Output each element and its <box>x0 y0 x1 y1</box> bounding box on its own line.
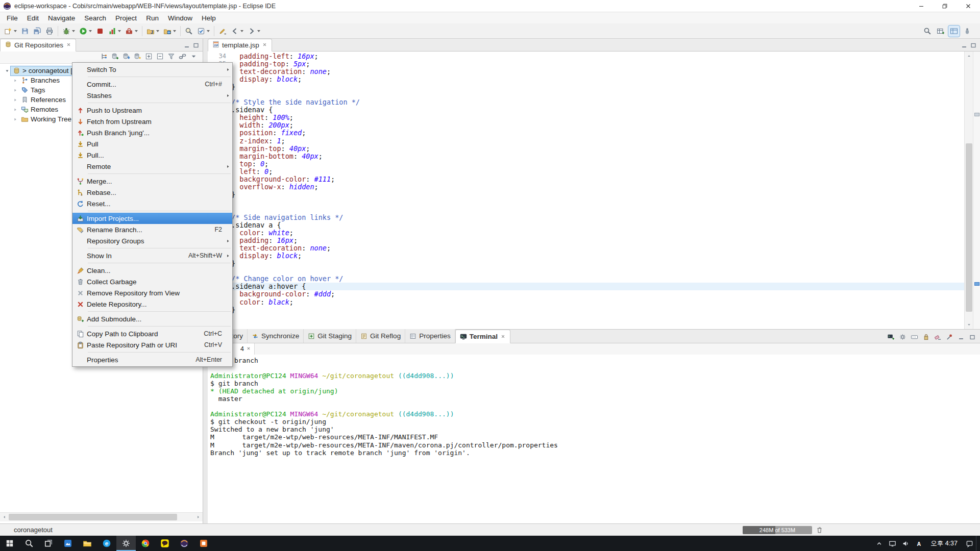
tree-collapsed-icon[interactable] <box>11 107 19 112</box>
menu-item-clean[interactable]: Clean... <box>72 265 232 276</box>
eclipse-button[interactable] <box>175 536 194 551</box>
collapse-all-button[interactable] <box>156 53 164 62</box>
forward-button[interactable] <box>246 26 262 37</box>
tree-collapsed-icon[interactable] <box>11 97 19 103</box>
taskbar-search-button[interactable] <box>19 536 39 551</box>
menu-item-import-projects[interactable]: Import Projects... <box>72 213 232 224</box>
file-explorer-button[interactable] <box>78 536 97 551</box>
menu-item-rename-branch[interactable]: Rename Branch...F2 <box>72 224 232 235</box>
show-desktop-button[interactable] <box>976 536 980 551</box>
menu-item-properties[interactable]: PropertiesAlt+Enter <box>72 354 232 365</box>
back-button[interactable] <box>229 26 245 37</box>
print-button[interactable] <box>44 26 55 37</box>
quick-search-button[interactable] <box>922 26 933 37</box>
terminal-settings-button[interactable] <box>899 333 906 343</box>
close-icon[interactable] <box>262 42 267 47</box>
search-button[interactable] <box>183 26 194 37</box>
menu-item-add-submodule[interactable]: Add Submodule... <box>72 313 232 324</box>
start-button[interactable] <box>0 536 19 551</box>
menu-item-copy-path-to-clipboard[interactable]: Copy Path to ClipboardCtrl+C <box>72 328 232 339</box>
tab-git-repositories[interactable]: Git Repositories <box>0 39 76 52</box>
hscroll-track[interactable] <box>9 513 194 521</box>
link-with-selection-button[interactable] <box>179 53 186 62</box>
tab-synchronize[interactable]: Synchronize <box>248 329 304 343</box>
action-center-button[interactable] <box>963 536 976 551</box>
menu-run[interactable]: Run <box>141 12 163 23</box>
tab-properties[interactable]: Properties <box>405 329 455 343</box>
menu-item-pull[interactable]: Pull <box>72 138 232 149</box>
settings-button[interactable] <box>116 536 136 551</box>
menu-item-repository-groups[interactable]: Repository Groups <box>72 235 232 246</box>
close-icon[interactable] <box>500 334 506 339</box>
kakaotalk-button[interactable] <box>155 536 175 551</box>
new-terminal-button[interactable] <box>887 333 895 343</box>
menu-edit[interactable]: Edit <box>22 12 43 23</box>
tree-collapsed-icon[interactable] <box>11 117 19 122</box>
open-task-button[interactable] <box>195 26 211 37</box>
tree-collapsed-icon[interactable] <box>11 88 19 93</box>
clear-terminal-button[interactable] <box>934 333 942 343</box>
menu-item-commit[interactable]: Commit...Ctrl+# <box>72 79 232 90</box>
vscroll-thumb[interactable] <box>966 143 972 312</box>
expand-all-button[interactable] <box>145 53 153 62</box>
minimize-view-button[interactable] <box>183 42 190 51</box>
maximize-view-button[interactable] <box>969 334 976 343</box>
menu-file[interactable]: File <box>2 12 22 23</box>
menu-item-merge[interactable]: Merge... <box>72 176 232 187</box>
minimize-view-button[interactable] <box>961 42 968 51</box>
debug-perspective-button[interactable] <box>962 26 973 37</box>
tab-git-staging[interactable]: Git Staging <box>304 329 356 343</box>
scroll-up-button[interactable] <box>965 52 973 60</box>
window-restore-button[interactable] <box>933 0 957 12</box>
terminal-output[interactable]: $ git branch Administrator@PC124 MINGW64… <box>208 355 980 523</box>
menu-item-stashes[interactable]: Stashes <box>72 90 232 101</box>
edge-button[interactable]: e <box>97 536 116 551</box>
chrome-button[interactable] <box>136 536 155 551</box>
add-repository-button[interactable] <box>111 53 119 62</box>
editor-vscrollbar[interactable] <box>964 52 973 329</box>
run-button[interactable] <box>78 26 93 37</box>
scroll-lock-button[interactable] <box>922 333 930 343</box>
menu-item-push-to-upstream[interactable]: Push to Upstream <box>72 105 232 116</box>
garbage-collect-button[interactable] <box>816 526 823 535</box>
last-edit-location-button[interactable] <box>217 26 228 37</box>
branch-hierarchy-button[interactable] <box>100 53 108 62</box>
menu-item-show-in[interactable]: Show InAlt+Shift+W <box>72 250 232 261</box>
window-close-button[interactable] <box>957 0 980 12</box>
create-repository-button[interactable] <box>134 53 141 62</box>
menu-window[interactable]: Window <box>163 12 197 23</box>
menu-item-pull[interactable]: Pull... <box>72 149 232 161</box>
menu-item-collect-garbage[interactable]: Collect Garbage <box>72 276 232 287</box>
debug-button[interactable] <box>61 26 77 37</box>
scroll-left-button[interactable] <box>0 513 9 521</box>
command-input-button[interactable] <box>911 333 918 343</box>
external-tools-button[interactable] <box>124 26 139 37</box>
menu-search[interactable]: Search <box>80 12 111 23</box>
app-orange-button[interactable] <box>194 536 213 551</box>
java-ee-perspective-button[interactable] <box>948 26 960 37</box>
minimize-view-button[interactable] <box>958 334 965 343</box>
menu-project[interactable]: Project <box>111 12 141 23</box>
new-java-project-button[interactable]: J <box>145 26 161 37</box>
menu-item-reset[interactable]: Reset... <box>72 198 232 209</box>
tray-volume-button[interactable] <box>899 536 912 551</box>
new-web-module-button[interactable] <box>162 26 178 37</box>
tray-ime-button[interactable]: A <box>912 536 925 551</box>
coverage-button[interactable] <box>107 26 122 37</box>
menu-navigate[interactable]: Navigate <box>43 12 80 23</box>
save-all-button[interactable] <box>32 26 43 37</box>
scroll-down-button[interactable] <box>965 320 973 329</box>
tab-terminal[interactable]: Terminal <box>455 330 510 343</box>
tab-template-jsp[interactable]: JSP template.jsp <box>208 39 272 52</box>
close-icon[interactable] <box>246 346 251 351</box>
menu-item-remove-repository-from-view[interactable]: Remove Repository from View <box>72 287 232 298</box>
clone-repository-button[interactable] <box>122 53 130 62</box>
pin-terminal-button[interactable] <box>946 333 953 343</box>
scroll-right-button[interactable] <box>194 513 203 521</box>
menu-item-paste-repository-path-or-uri[interactable]: Paste Repository Path or URICtrl+V <box>72 339 232 350</box>
menu-item-rebase[interactable]: Rebase... <box>72 187 232 198</box>
code-editor[interactable]: 34 padding-left: 16px;35 padding-top: 5p… <box>208 52 980 329</box>
menu-item-delete-repository[interactable]: Delete Repository... <box>72 298 232 310</box>
tree-expanded-icon[interactable] <box>3 68 11 73</box>
git-tree-hscrollbar[interactable] <box>0 512 203 521</box>
